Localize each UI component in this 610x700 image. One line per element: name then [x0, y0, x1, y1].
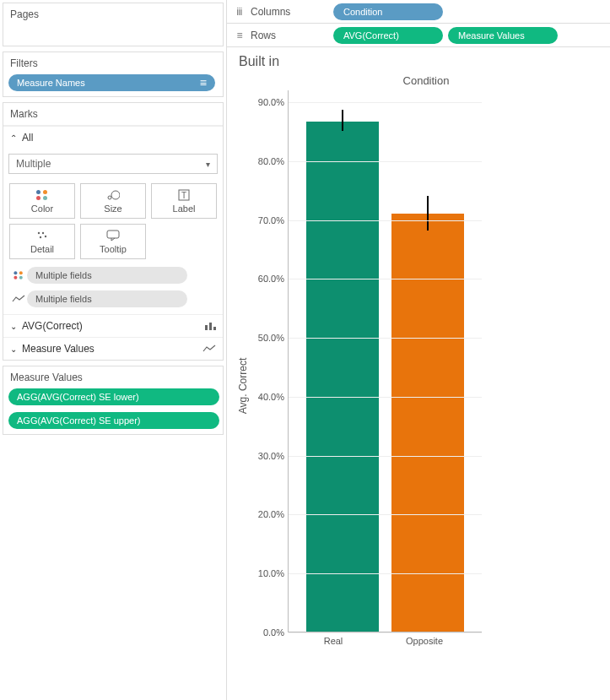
- tooltip-button[interactable]: Tooltip: [80, 224, 146, 259]
- filters-shelf[interactable]: Filters Measure Names: [3, 52, 224, 97]
- marks-all-label: All: [22, 132, 33, 144]
- detail-button[interactable]: Detail: [9, 224, 75, 259]
- svg-rect-9: [205, 325, 208, 330]
- bar-type-icon: [204, 321, 216, 331]
- viz-title[interactable]: Built in: [239, 54, 602, 69]
- svg-point-0: [108, 196, 111, 199]
- color-icon: [36, 188, 48, 202]
- size-button[interactable]: Size: [80, 183, 146, 219]
- y-tick: 0.0%: [263, 627, 284, 638]
- bar-real[interactable]: [306, 122, 379, 632]
- measure-values-shelf[interactable]: Measure Values AGG(AVG(Correct) SE lower…: [3, 366, 224, 435]
- svg-point-5: [42, 232, 44, 234]
- viz-area: Built in Avg. Correct Condition 0.0%10.0…: [227, 47, 610, 700]
- svg-point-1: [111, 191, 120, 199]
- y-tick: 80.0%: [258, 156, 284, 166]
- columns-label: Columns: [251, 6, 290, 18]
- bar-opposite[interactable]: [391, 214, 464, 632]
- mark-type-dropdown[interactable]: Multiple ▾: [8, 154, 218, 174]
- marks-title: Marks: [3, 103, 223, 126]
- pages-title: Pages: [3, 3, 223, 25]
- marks-buttons: Color Size T Label Detail Tooltip: [3, 179, 223, 263]
- measure-values-accordion[interactable]: ⌄ Measure Values: [3, 337, 223, 360]
- svg-point-6: [40, 236, 41, 238]
- avg-correct-label: AVG(Correct): [22, 320, 83, 332]
- agg-se-upper-pill[interactable]: AGG(AVG(Correct) SE upper): [8, 412, 219, 429]
- x-tick: Opposite: [388, 636, 461, 646]
- column-header: Condition: [251, 74, 602, 87]
- rows-pill-avg-correct[interactable]: AVG(Correct): [333, 27, 443, 44]
- pages-shelf[interactable]: Pages: [3, 3, 224, 46]
- gridline: [289, 338, 482, 339]
- chevron-up-icon: ⌃: [10, 133, 17, 143]
- chart: Avg. Correct Condition 0.0%10.0%20.0%30.…: [235, 74, 602, 697]
- label-icon: T: [178, 188, 190, 202]
- rows-icon: ≡: [232, 30, 247, 41]
- agg-se-lower-pill[interactable]: AGG(AVG(Correct) SE lower): [8, 388, 219, 405]
- label-button[interactable]: T Label: [151, 183, 217, 219]
- filter-pill-label: Measure Names: [17, 78, 85, 88]
- svg-rect-10: [209, 323, 212, 330]
- y-tick: 20.0%: [258, 509, 284, 519]
- x-tick: Real: [297, 636, 370, 646]
- color-label: Color: [31, 203, 53, 214]
- marks-card: Marks ⌃ All Multiple ▾ Color Size T Labe…: [3, 102, 224, 361]
- multiple-fields-pill[interactable]: Multiple fields: [27, 290, 187, 307]
- caret-down-icon: ▾: [206, 160, 210, 169]
- line-type-icon: [202, 345, 216, 353]
- y-tick: 90.0%: [258, 97, 284, 107]
- svg-point-4: [38, 232, 40, 234]
- y-axis-label: Avg. Correct: [237, 357, 249, 413]
- color-button[interactable]: Color: [9, 183, 75, 219]
- multiple-fields-pill[interactable]: Multiple fields: [27, 267, 187, 284]
- gridline: [289, 397, 482, 398]
- svg-point-7: [45, 236, 46, 237]
- marks-row-color-fields[interactable]: Multiple fields: [3, 263, 223, 287]
- svg-rect-8: [107, 231, 119, 238]
- filter-pill-measure-names[interactable]: Measure Names: [8, 74, 215, 91]
- gridline: [289, 220, 482, 221]
- filters-title: Filters: [3, 52, 223, 73]
- gridline: [289, 161, 482, 162]
- label-label: Label: [173, 203, 196, 214]
- svg-text:T: T: [181, 191, 186, 200]
- avg-correct-accordion[interactable]: ⌄ AVG(Correct): [3, 314, 223, 337]
- y-tick: 60.0%: [258, 274, 284, 284]
- measure-values-label: Measure Values: [22, 343, 94, 355]
- y-axis: 0.0%10.0%20.0%30.0%40.0%50.0%60.0%70.0%8…: [251, 90, 288, 632]
- gridline: [289, 456, 482, 457]
- columns-icon: ⅲ: [232, 6, 247, 18]
- error-bar: [342, 110, 343, 130]
- bar-group: [306, 122, 379, 632]
- measure-values-title: Measure Values: [3, 366, 223, 387]
- marks-all-accordion[interactable]: ⌃ All: [3, 126, 223, 149]
- y-tick: 10.0%: [258, 568, 284, 578]
- tooltip-icon: [106, 229, 120, 242]
- marks-row-path-fields[interactable]: Multiple fields: [3, 287, 223, 314]
- gridline: [289, 102, 482, 103]
- chevron-down-icon: ⌄: [10, 345, 17, 354]
- rows-shelf[interactable]: ≡ Rows AVG(Correct) Measure Values: [227, 24, 610, 47]
- detail-icon: [36, 229, 48, 242]
- tooltip-label: Tooltip: [100, 244, 127, 254]
- columns-pill-condition[interactable]: Condition: [333, 3, 443, 20]
- size-icon: [106, 188, 120, 202]
- gridline: [289, 632, 482, 633]
- columns-shelf[interactable]: ⅲ Columns Condition: [227, 0, 610, 24]
- y-tick: 50.0%: [258, 333, 284, 343]
- y-tick: 30.0%: [258, 451, 284, 461]
- plot-area[interactable]: [288, 90, 482, 632]
- rows-pill-measure-values[interactable]: Measure Values: [448, 27, 558, 44]
- size-label: Size: [104, 203, 121, 214]
- mark-type-value: Multiple: [16, 158, 51, 170]
- gridline: [289, 279, 482, 279]
- line-icon: [10, 295, 27, 303]
- gridline: [289, 573, 482, 574]
- svg-rect-11: [213, 327, 216, 330]
- error-bar: [427, 196, 429, 231]
- bar-group: [391, 214, 464, 632]
- rows-label: Rows: [251, 30, 276, 41]
- chevron-down-icon: ⌄: [10, 322, 17, 331]
- y-tick: 70.0%: [258, 215, 284, 225]
- x-axis: Real Opposite: [251, 632, 482, 646]
